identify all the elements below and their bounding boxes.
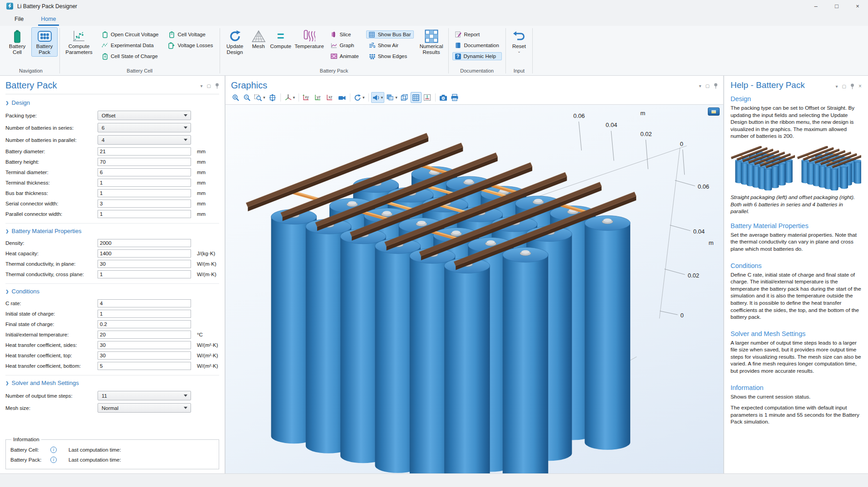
update-design-button[interactable]: Update Design [222, 27, 248, 57]
camera-view-button[interactable] [337, 92, 348, 103]
section-conditions[interactable]: ❯Conditions [5, 288, 219, 295]
print-button[interactable] [449, 92, 460, 103]
view-xy-button[interactable]: xy [301, 92, 313, 103]
reset-button[interactable]: Reset ⌄ [508, 27, 530, 54]
output-time-steps-select[interactable]: 11 [98, 391, 191, 400]
panel-chevron-icon[interactable]: ▾ [699, 83, 701, 88]
default-view-button[interactable]: ▾ [283, 92, 297, 103]
help-heading-conditions: Conditions [731, 262, 862, 269]
perspective-button[interactable] [399, 92, 410, 103]
application-window: Li Battery Pack Designer – □ × File Home… [0, 0, 868, 487]
compute-parameters-button[interactable]: Compute Parameters [62, 27, 96, 57]
tab-home[interactable]: Home [38, 12, 59, 26]
report-button[interactable]: Report [452, 30, 502, 39]
maximize-button[interactable]: □ [826, 0, 847, 12]
parallel-connector-width-input[interactable] [98, 210, 191, 218]
panel-detach-icon[interactable]: ▢ [842, 84, 846, 89]
axis-tick-label: 0.04 [693, 228, 705, 235]
grid-button[interactable] [411, 92, 422, 103]
zoom-in-button[interactable] [230, 92, 241, 103]
open-circuit-voltage-icon [102, 31, 108, 38]
terminal-diameter-input[interactable] [98, 168, 191, 176]
panel-pin-icon[interactable] [714, 83, 718, 89]
straight-packaging-image [731, 146, 795, 190]
battery-height-input[interactable] [98, 158, 191, 166]
close-button[interactable]: × [847, 0, 868, 12]
numerical-results-icon [425, 29, 438, 44]
open-circuit-voltage-button[interactable]: Open Circuit Voltage [99, 30, 161, 39]
panel-detach-icon[interactable]: ▢ [207, 83, 211, 88]
chevron-down-icon: ▾ [263, 96, 265, 99]
help-paragraph: Shows the current session status. [731, 394, 862, 401]
snapshot-button[interactable] [438, 92, 449, 103]
htc-bottom-input[interactable] [98, 362, 191, 370]
axis-tick-label: 0.06 [573, 112, 584, 119]
panel-chevron-icon[interactable]: ▾ [201, 83, 203, 88]
show-edges-toggle[interactable]: Show Edges [366, 52, 414, 60]
documentation-button[interactable]: Documentation [452, 41, 502, 49]
transparency-button[interactable]: ▾ [385, 92, 399, 103]
dynamic-help-toggle[interactable]: ? Dynamic Help [452, 52, 502, 60]
panel-close-icon[interactable]: × [858, 83, 862, 89]
battery-cell-button[interactable]: Battery Cell [4, 27, 30, 57]
panel-detach-icon[interactable]: ▢ [706, 83, 710, 88]
temperature-button[interactable]: Temperature [294, 27, 325, 51]
series-select[interactable]: 6 [98, 123, 191, 132]
info-icon[interactable]: i [50, 457, 57, 463]
section-solver[interactable]: ❯Solver and Mesh Settings [5, 380, 219, 386]
zoom-extents-button[interactable] [267, 92, 278, 103]
panel-chevron-icon[interactable]: ▾ [836, 84, 838, 89]
parallel-select[interactable]: 4 [98, 135, 191, 145]
experimental-data-button[interactable]: Experimental Data [99, 41, 161, 49]
animate-button[interactable]: Animate [328, 52, 362, 60]
scene-light-button[interactable]: ▾ [371, 92, 385, 103]
rotate-button[interactable]: ▾ [353, 92, 366, 103]
mesh-button[interactable]: Mesh [249, 27, 268, 51]
battery-pack-button[interactable]: Battery Pack [31, 27, 58, 57]
battery-pack-3d-view[interactable]: 0.06 0.04 m 0.02 0 0.06 0.04 m 0.02 0 0.… [226, 105, 723, 473]
mesh-size-select[interactable]: Normal [98, 403, 191, 413]
tab-file[interactable]: File [12, 12, 26, 26]
zoom-out-button[interactable] [241, 92, 252, 103]
initial-soc-input[interactable] [98, 310, 191, 318]
bus-bar-thickness-input[interactable] [98, 189, 191, 197]
view-yz-button[interactable]: yz [313, 92, 324, 103]
cell-voltage-button[interactable]: Cell Voltage [166, 30, 216, 39]
graphics-canvas[interactable]: 0.06 0.04 m 0.02 0 0.06 0.04 m 0.02 0 0.… [226, 105, 723, 473]
conductivity-cross-plane-input[interactable] [98, 270, 191, 278]
compute-button[interactable]: = Compute [269, 27, 293, 51]
voltage-losses-button[interactable]: Voltage Losses [166, 41, 216, 49]
minimize-button[interactable]: – [805, 0, 826, 12]
packing-type-select[interactable]: Offset [98, 111, 191, 120]
panel-pin-icon[interactable] [850, 83, 854, 89]
serial-connector-width-input[interactable] [98, 200, 191, 208]
battery-diameter-input[interactable] [98, 147, 191, 156]
density-input[interactable] [98, 239, 191, 247]
panel-pin-icon[interactable] [215, 83, 219, 89]
c-rate-input[interactable] [98, 299, 191, 307]
heat-capacity-input[interactable] [98, 249, 191, 258]
show-air-toggle[interactable]: Show Air [366, 41, 414, 49]
field-heat-capacity: Heat capacity: J/(kg·K) [5, 248, 219, 258]
show-edges-icon [369, 53, 375, 59]
htc-top-input[interactable] [98, 351, 191, 360]
graph-button[interactable]: Graph [328, 41, 362, 49]
axes-button[interactable] [422, 92, 433, 103]
cell-state-of-charge-button[interactable]: Cell State of Charge [99, 52, 161, 60]
htc-sides-input[interactable] [98, 341, 191, 349]
initial-temperature-input[interactable] [98, 331, 191, 339]
slice-button[interactable]: Slice [328, 30, 362, 39]
section-design[interactable]: ❯Design [5, 99, 219, 106]
numerical-results-button[interactable]: Numerical Results [417, 27, 446, 57]
info-icon[interactable]: i [50, 447, 57, 453]
cell-voltage-label: Cell Voltage [177, 32, 205, 37]
final-soc-input[interactable] [98, 320, 191, 328]
view-xz-button[interactable]: xz [325, 92, 336, 103]
view-switch-button[interactable] [708, 107, 720, 116]
section-material[interactable]: ❯Battery Material Properties [5, 228, 219, 234]
zoom-box-button[interactable]: ▾ [253, 92, 267, 103]
conductivity-in-plane-input[interactable] [98, 260, 191, 268]
terminal-thickness-input[interactable] [98, 179, 191, 187]
reset-dropdown-chevron[interactable]: ⌄ [517, 49, 521, 53]
show-bus-bar-toggle[interactable]: Show Bus Bar [366, 30, 414, 39]
